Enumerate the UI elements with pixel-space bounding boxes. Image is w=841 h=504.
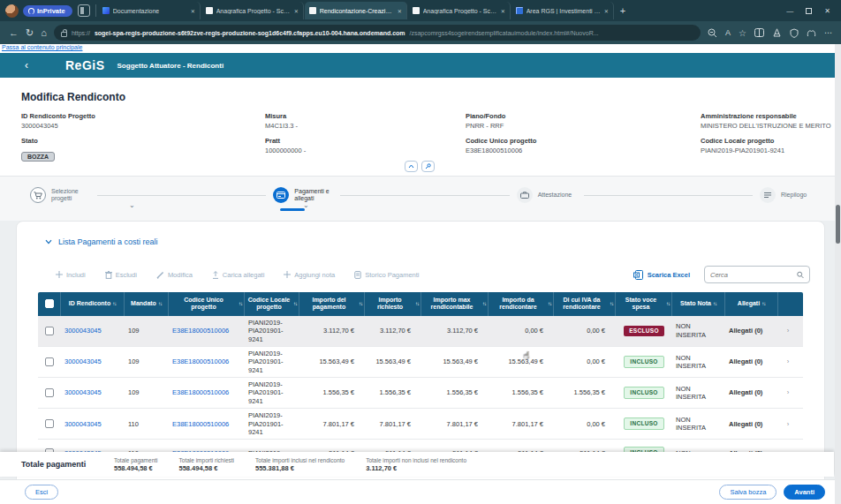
- row-chevron-icon[interactable]: ›: [778, 417, 798, 431]
- zoom-out-icon[interactable]: [708, 28, 717, 38]
- tab-close-icon[interactable]: ✕: [501, 8, 505, 14]
- escludi-button[interactable]: Escludi: [105, 271, 137, 279]
- allegati-link[interactable]: Allegati (0): [725, 324, 778, 337]
- row-chevron-icon[interactable]: ›: [778, 324, 798, 337]
- storico-pagamenti-button[interactable]: Storico Pagamenti: [354, 271, 419, 279]
- browser-tab-area-rgs[interactable]: Area RGS | Investimenti Pubblici ✕: [511, 2, 614, 19]
- back-icon[interactable]: ←: [9, 27, 19, 38]
- restore-button[interactable]: [806, 8, 812, 14]
- browser-tab-anagrafica-2[interactable]: Anagrafica Progetto - Scheda Ve ✕: [408, 2, 511, 19]
- row-checkbox[interactable]: [45, 419, 54, 428]
- summary-list-icon: [760, 187, 776, 203]
- address-bar[interactable]: https://sogei-spa-regis-produzione-s6t92…: [54, 25, 701, 41]
- stato-badge-escluso: ESCLUSO: [624, 326, 664, 336]
- person-icon: [28, 8, 34, 14]
- table-row[interactable]: 3000043045 109 E38E18000510006 PIANI2019…: [38, 378, 803, 409]
- more-menu-icon[interactable]: ⋯: [824, 28, 832, 37]
- browser-essentials-icon[interactable]: [790, 28, 799, 38]
- tab-close-icon[interactable]: ✕: [604, 8, 609, 14]
- new-tab-button[interactable]: +: [620, 5, 625, 16]
- includi-button[interactable]: Includi: [56, 271, 86, 279]
- total-label: Totale importi richiesti: [179, 457, 235, 463]
- chevron-down-icon[interactable]: ⌄: [303, 201, 309, 209]
- select-all-checkbox[interactable]: [45, 299, 54, 308]
- refresh-icon[interactable]: ↻: [26, 27, 34, 39]
- table-row[interactable]: 3000043045 110 E38E18000510006 PIANI2019…: [38, 409, 803, 440]
- scarica-excel-button[interactable]: Scarica Excel: [633, 270, 690, 280]
- browser-tab-rendicontazione[interactable]: Rendicontazione-Creazione nuo ✕: [305, 2, 407, 19]
- row-chevron-icon[interactable]: ›: [778, 355, 798, 368]
- favorites-star-icon[interactable]: ☆: [739, 28, 746, 38]
- browser-tab-documentazione[interactable]: Documentazione ✕: [98, 2, 201, 19]
- cup-link[interactable]: E38E18000510006: [169, 324, 245, 337]
- tab-close-icon[interactable]: ✕: [294, 8, 299, 14]
- id-rendiconto-link[interactable]: 3000043045: [61, 355, 125, 368]
- cup-link[interactable]: E38E18000510006: [169, 417, 245, 431]
- read-aloud-icon[interactable]: A: [725, 28, 731, 37]
- table-row[interactable]: 3000043045 109 E38E18000510006 PIANI2019…: [38, 347, 803, 378]
- col-mandato[interactable]: Mandato↑↓: [125, 292, 169, 316]
- sort-icon: ↑↓: [482, 301, 486, 307]
- table-header-row: ID Rendiconto↑↓ Mandato↑↓ Codice Unico p…: [38, 292, 803, 316]
- row-checkbox[interactable]: [45, 327, 54, 335]
- id-rendiconto-link[interactable]: 3000043045: [61, 417, 125, 431]
- split-screen-icon[interactable]: [754, 28, 764, 37]
- id-rendiconto-link[interactable]: 3000043045: [61, 324, 125, 337]
- col-importo-pagamento[interactable]: Importo del pagamento↑↓: [299, 292, 365, 316]
- home-icon[interactable]: ⌂: [41, 27, 47, 38]
- tab-actions-icon[interactable]: [78, 4, 90, 17]
- cup-link[interactable]: E38E18000510006: [169, 386, 245, 399]
- row-checkbox[interactable]: [45, 388, 54, 397]
- scrollbar-thumb[interactable]: [836, 205, 840, 244]
- table-row[interactable]: 3000043045 109 E38E18000510006 PIANI2019…: [38, 316, 803, 347]
- pin-header-button[interactable]: [421, 161, 435, 172]
- collapse-header-button[interactable]: [405, 161, 418, 172]
- carica-allegati-button[interactable]: Carica allegati: [212, 271, 265, 279]
- col-stato-voce-spesa[interactable]: Stato voce spesa↑↓: [616, 292, 672, 316]
- col-importo-max[interactable]: Importo max rendicontabile↑↓: [421, 292, 489, 316]
- modifica-button[interactable]: Modifica: [156, 271, 193, 279]
- col-allegati[interactable]: Allegati↑↓: [725, 292, 778, 316]
- step-attestazione[interactable]: Attestazione: [517, 187, 577, 203]
- sort-icon: ↑↓: [112, 301, 116, 307]
- salva-bozza-button[interactable]: Salva bozza: [719, 485, 777, 500]
- col-id-rendiconto[interactable]: ID Rendiconto↑↓: [61, 292, 125, 316]
- collections-icon[interactable]: [772, 28, 782, 37]
- close-button[interactable]: ✕: [824, 7, 830, 15]
- document-favicon: [206, 7, 213, 14]
- col-codice-unico[interactable]: Codice Unico progetto↑↓: [169, 292, 245, 316]
- col-iva[interactable]: Di cui IVA da rendicontare↑↓: [554, 292, 616, 316]
- col-codice-locale[interactable]: Codice Locale progetto↑↓: [245, 292, 299, 316]
- col-importo-da-rendicontare[interactable]: Importo da rendicontare↑↓: [489, 292, 554, 316]
- extensions-icon[interactable]: [807, 28, 816, 37]
- esci-button[interactable]: Esci: [25, 485, 58, 500]
- id-rendiconto-link[interactable]: 3000043045: [61, 386, 125, 399]
- avanti-button[interactable]: Avanti: [784, 485, 825, 500]
- row-checkbox[interactable]: [45, 357, 54, 366]
- row-chevron-icon[interactable]: ›: [778, 386, 798, 399]
- col-importo-richiesto[interactable]: Importo richiesto↑↓: [365, 292, 421, 316]
- step-selezione-progetti[interactable]: Selezione progetti: [30, 187, 90, 203]
- payments-section-header[interactable]: Lista Pagamenti a costi reali: [17, 222, 824, 246]
- aggiungi-nota-button[interactable]: Aggiungi nota: [284, 271, 335, 279]
- minimize-button[interactable]: —: [786, 7, 793, 15]
- allegati-link[interactable]: Allegati (0): [725, 386, 778, 399]
- allegati-link[interactable]: Allegati (0): [725, 417, 778, 431]
- profile-avatar[interactable]: [5, 4, 19, 18]
- totals-title: Totale pagamenti: [21, 460, 114, 469]
- tab-close-icon[interactable]: ✕: [191, 8, 195, 14]
- browser-tab-anagrafica-1[interactable]: Anagrafica Progetto - Scheda Ve ✕: [201, 2, 304, 19]
- search-icon[interactable]: [797, 271, 804, 279]
- tab-close-icon[interactable]: ✕: [398, 8, 402, 14]
- field-value: PNRR - RRF: [466, 122, 701, 130]
- allegati-link[interactable]: Allegati (0): [725, 355, 778, 368]
- sort-icon: ↑↓: [761, 301, 765, 307]
- skip-to-content-link[interactable]: Passa al contenuto principale: [2, 44, 82, 50]
- chevron-down-icon[interactable]: ⌄: [129, 201, 135, 209]
- step-riepilogo[interactable]: Riepilogo: [760, 187, 820, 203]
- cup-link[interactable]: E38E18000510006: [169, 355, 245, 368]
- col-stato-nota[interactable]: Stato Nota↑↓: [672, 292, 725, 316]
- app-back-icon[interactable]: ‹: [25, 59, 28, 71]
- search-input[interactable]: [710, 271, 793, 279]
- page-scrollbar[interactable]: [835, 44, 841, 504]
